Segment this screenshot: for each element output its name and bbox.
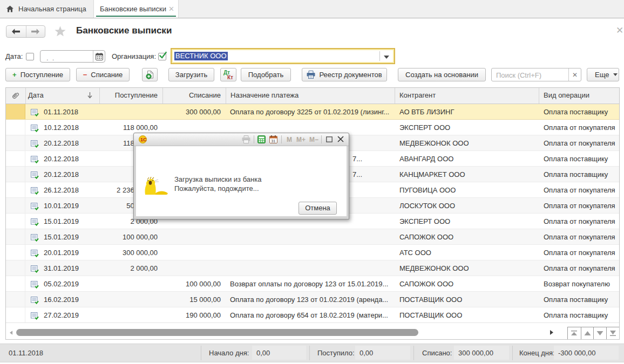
svg-text:1С: 1С <box>140 137 147 142</box>
svg-text:31: 31 <box>271 139 275 143</box>
